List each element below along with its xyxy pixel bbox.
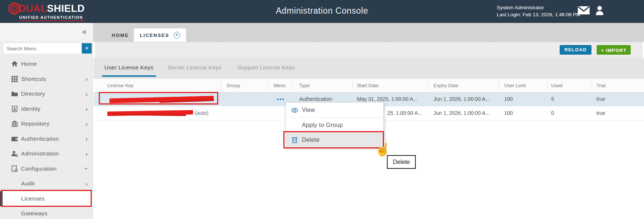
chevron-right-icon: › bbox=[85, 90, 88, 97]
subtab-server-license-keys[interactable]: Server License Keys bbox=[168, 64, 222, 71]
column-divider bbox=[292, 81, 293, 90]
col-menu: Menu bbox=[274, 83, 286, 88]
cell-start-date: May 31, 2025, 1:00:00 A... bbox=[357, 96, 417, 102]
doc-gear-icon bbox=[11, 165, 18, 172]
tab-licenses[interactable]: LICENSES ✕ bbox=[134, 28, 186, 42]
license-subtabs: User License Keys Server License Keys Su… bbox=[94, 58, 644, 78]
cell-type: Authentication bbox=[299, 96, 332, 102]
col-trial: Trial bbox=[596, 83, 606, 88]
tab-strip: HOME LICENSES ✕ bbox=[93, 23, 644, 42]
chevron-right-icon: › bbox=[85, 105, 88, 112]
active-subtab-underline bbox=[102, 75, 156, 77]
context-menu-view[interactable]: View bbox=[286, 103, 383, 117]
sidebar-nav: Home Shortcuts › Directory › bbox=[0, 57, 92, 219]
cell-trial: true bbox=[596, 110, 605, 116]
chevron-right-icon: › bbox=[85, 135, 88, 142]
bank-icon bbox=[11, 120, 18, 127]
cell-expiry-date: Jun 1, 2026, 1:00:00 A... bbox=[434, 110, 490, 116]
sidebar-item-authentication[interactable]: Authentication › bbox=[0, 131, 92, 147]
col-start-date: Start Date bbox=[357, 83, 379, 88]
app-header: DUALSHIELD UNIFIED AUTHENTICATION Admini… bbox=[0, 0, 644, 23]
wallet-icon bbox=[11, 135, 18, 142]
reload-button[interactable]: RELOAD bbox=[560, 45, 591, 55]
sidebar-item-repository[interactable]: Repository › bbox=[0, 116, 92, 131]
folder-icon bbox=[11, 90, 18, 97]
col-license-key: License Key bbox=[107, 83, 134, 88]
search-menu-input[interactable] bbox=[4, 43, 82, 54]
tab-close-icon[interactable]: ✕ bbox=[173, 32, 180, 38]
sidebar-item-shortcuts[interactable]: Shortcuts › bbox=[0, 72, 92, 87]
row-menu-button[interactable]: ••• bbox=[277, 96, 285, 102]
column-divider bbox=[428, 81, 428, 90]
table-header: License Key Group Menu Type Start Date E… bbox=[94, 78, 644, 92]
column-divider bbox=[267, 81, 268, 90]
cell-user-limit: 100 bbox=[504, 96, 513, 102]
import-button[interactable]: +IMPORT bbox=[597, 45, 631, 55]
delete-tooltip: Delete bbox=[387, 155, 416, 169]
col-group: Group bbox=[227, 83, 240, 88]
user-gear-icon bbox=[11, 150, 18, 157]
sidebar-collapse-icon[interactable]: « bbox=[82, 27, 87, 36]
search-clear-button[interactable]: ✕ bbox=[82, 43, 92, 54]
sidebar-top-strip: « bbox=[0, 23, 92, 41]
id-card-icon bbox=[11, 105, 18, 112]
eye-icon bbox=[291, 107, 298, 114]
column-divider bbox=[592, 81, 592, 90]
cell-expiry-date: Jun 1, 2026, 1:00:00 A... bbox=[434, 96, 490, 102]
col-expiry-date: Expiry Date bbox=[434, 83, 458, 88]
column-divider bbox=[547, 81, 548, 90]
cell-license-suffix: (auto) bbox=[195, 110, 209, 116]
last-login: Last Login: Feb 13, 2026, 1:46:06 PM bbox=[497, 11, 580, 18]
col-user-limit: User Limit bbox=[504, 83, 526, 88]
sidebar-item-home[interactable]: Home bbox=[0, 57, 92, 72]
row-context-menu: View Apply to Group Delete bbox=[286, 102, 384, 147]
tab-home[interactable]: HOME bbox=[104, 28, 137, 42]
subtab-user-license-keys[interactable]: User License Keys bbox=[104, 64, 154, 71]
cell-used: 0 bbox=[551, 110, 554, 116]
column-divider bbox=[353, 81, 353, 90]
chevron-right-icon: › bbox=[85, 150, 88, 157]
chevron-down-icon: › bbox=[83, 168, 90, 170]
chevron-right-icon: › bbox=[85, 120, 88, 127]
context-menu-delete[interactable]: Delete bbox=[286, 132, 383, 147]
column-divider bbox=[499, 81, 499, 90]
sidebar-item-configuration[interactable]: Configuration › bbox=[0, 161, 92, 177]
sidebar-item-identity[interactable]: Identity › bbox=[0, 102, 92, 117]
brand-tagline: UNIFIED AUTHENTICATION bbox=[19, 15, 85, 21]
subtab-support-license-keys[interactable]: Support License Keys bbox=[237, 64, 295, 71]
user-name: System Administrator bbox=[497, 4, 580, 11]
cell-start-date: 25, 1:00:00 A... bbox=[387, 110, 422, 116]
cell-trial: true bbox=[596, 96, 605, 102]
chevron-right-icon: › bbox=[85, 75, 88, 82]
sidebar-item-directory[interactable]: Directory › bbox=[0, 86, 92, 102]
chevron-right-icon: › bbox=[85, 180, 88, 187]
user-profile-icon[interactable] bbox=[595, 6, 604, 15]
mail-icon[interactable] bbox=[577, 6, 590, 15]
sidebar-item-administration[interactable]: Administration › bbox=[0, 146, 92, 161]
plus-icon: + bbox=[601, 47, 604, 53]
trash-icon bbox=[291, 136, 298, 143]
sidebar-item-licenses[interactable]: Licenses bbox=[0, 191, 92, 206]
administration-console: DUALSHIELD UNIFIED AUTHENTICATION Admini… bbox=[0, 0, 644, 219]
sidebar-item-gateways[interactable]: Gateways bbox=[0, 206, 92, 219]
column-divider bbox=[220, 81, 221, 90]
context-menu-apply-to-group[interactable]: Apply to Group bbox=[286, 117, 383, 132]
home-icon bbox=[11, 61, 18, 68]
col-used: Used bbox=[551, 83, 562, 88]
col-type: Type bbox=[299, 83, 310, 88]
grid-icon bbox=[11, 75, 18, 82]
cell-user-limit: 100 bbox=[504, 110, 513, 116]
cell-used: 5 bbox=[551, 96, 554, 102]
user-info: System Administrator Last Login: Feb 13,… bbox=[497, 4, 580, 18]
sidebar-item-audit[interactable]: Audit › bbox=[0, 176, 92, 191]
sidebar: « ✕ Home bbox=[0, 23, 93, 219]
